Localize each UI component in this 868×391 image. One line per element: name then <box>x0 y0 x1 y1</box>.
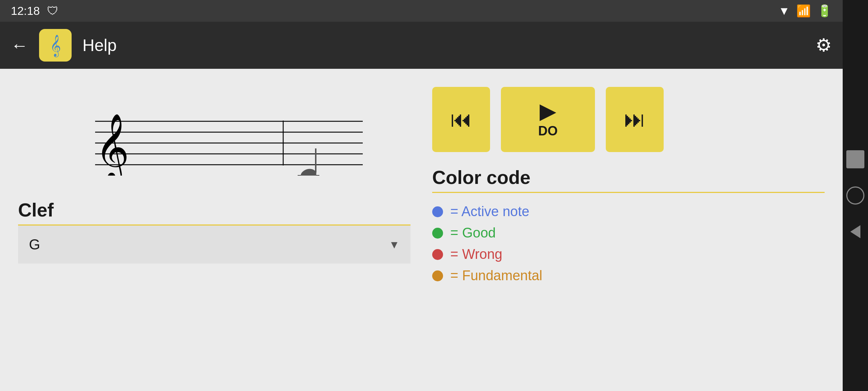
status-bar: 12:18 🛡 ▼ 📶 🔋 <box>0 0 843 22</box>
play-icon: ▶ <box>540 100 556 122</box>
active-note-label: = Active note <box>450 204 529 219</box>
wifi-icon: ▼ <box>778 4 790 18</box>
fundamental-label: = Fundamental <box>450 268 542 283</box>
side-square-button[interactable] <box>846 150 864 168</box>
music-note-icon: 𝄞 <box>41 31 70 60</box>
toolbar: ← 𝄞 Help ⚙ <box>0 22 843 69</box>
clef-section: Clef G ▼ <box>18 199 410 264</box>
clef-dropdown[interactable]: G ▼ <box>18 226 410 264</box>
color-item-fundamental: = Fundamental <box>432 268 825 283</box>
color-item-active: = Active note <box>432 204 825 219</box>
page-title: Help <box>82 35 805 55</box>
signal-icon: 📶 <box>796 4 811 18</box>
app-icon: 𝄞 <box>39 29 72 62</box>
skip-forward-icon: ⏭ <box>624 109 646 130</box>
settings-button[interactable]: ⚙ <box>816 35 832 56</box>
side-panel <box>843 0 868 391</box>
side-back-button[interactable] <box>846 223 864 241</box>
play-label: DO <box>538 123 558 139</box>
music-staff: 𝄞 <box>52 92 377 176</box>
color-code-divider <box>432 192 825 193</box>
svg-point-10 <box>299 167 318 176</box>
time-display: 12:18 <box>11 4 40 18</box>
shield-icon: 🛡 <box>47 4 59 18</box>
playback-controls: ⏮ ▶ DO ⏭ <box>432 83 825 152</box>
wrong-dot <box>432 249 443 260</box>
back-button[interactable]: ← <box>11 35 28 55</box>
good-dot <box>432 228 443 239</box>
color-code-section: Color code = Active note = Good = Wrong <box>432 167 825 287</box>
battery-icon: 🔋 <box>817 4 832 18</box>
color-code-items: = Active note = Good = Wrong = Fundament… <box>432 200 825 287</box>
side-circle-button[interactable] <box>846 186 864 205</box>
fundamental-dot <box>432 270 443 281</box>
skip-back-icon: ⏮ <box>450 109 472 130</box>
color-item-good: = Good <box>432 225 825 241</box>
active-note-dot <box>432 206 443 217</box>
clef-section-title: Clef <box>18 199 410 221</box>
wrong-label: = Wrong <box>450 247 502 262</box>
right-column: ⏮ ▶ DO ⏭ Color code = Active note <box>432 83 825 377</box>
svg-text:𝄞: 𝄞 <box>95 114 129 176</box>
chevron-down-icon: ▼ <box>389 239 400 251</box>
play-button[interactable]: ▶ DO <box>501 87 595 152</box>
prev-button[interactable]: ⏮ <box>432 87 490 152</box>
status-right: ▼ 📶 🔋 <box>778 4 832 18</box>
main-content: 𝄞 Clef G ▼ <box>0 69 843 391</box>
clef-value: G <box>29 236 40 253</box>
color-item-wrong: = Wrong <box>432 247 825 262</box>
left-column: 𝄞 Clef G ▼ <box>18 83 410 377</box>
status-left: 12:18 🛡 <box>11 4 59 18</box>
app-container: 12:18 🛡 ▼ 📶 🔋 ← 𝄞 Help ⚙ <box>0 0 843 391</box>
color-code-title: Color code <box>432 167 825 188</box>
svg-text:𝄞: 𝄞 <box>50 35 61 58</box>
next-button[interactable]: ⏭ <box>606 87 664 152</box>
good-label: = Good <box>450 225 496 241</box>
staff-area: 𝄞 <box>18 83 410 185</box>
